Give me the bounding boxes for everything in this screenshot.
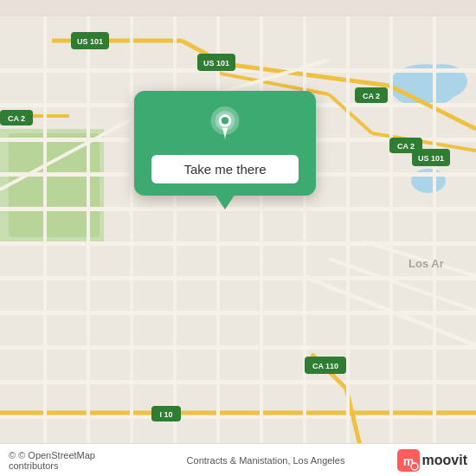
svg-rect-32	[173, 16, 177, 460]
svg-rect-7	[0, 68, 476, 73]
svg-text:Los Ar: Los Ar	[408, 257, 444, 270]
svg-rect-17	[0, 415, 476, 419]
popup-card: Take me there	[134, 91, 316, 196]
moovit-text: moovit	[422, 453, 467, 468]
svg-rect-12	[0, 241, 476, 246]
copyright-symbol: ©	[9, 450, 16, 460]
svg-rect-14	[0, 311, 476, 315]
svg-text:US 101: US 101	[418, 154, 444, 163]
svg-rect-29	[43, 16, 47, 460]
svg-text:US 101: US 101	[203, 59, 229, 68]
svg-rect-13	[0, 276, 476, 280]
take-me-there-button[interactable]: Take me there	[151, 155, 299, 183]
map-background: US 101 US 101 US 101 CA 2 CA 2 CA 2 CA 1…	[0, 0, 476, 476]
svg-rect-37	[389, 16, 393, 460]
svg-rect-38	[433, 16, 436, 460]
location-label: Contracts & Manistation, Los Angeles	[140, 455, 392, 466]
moovit-icon: m	[397, 449, 420, 472]
svg-rect-35	[303, 16, 306, 460]
map-container: US 101 US 101 US 101 CA 2 CA 2 CA 2 CA 1…	[0, 0, 476, 476]
svg-rect-33	[216, 16, 220, 460]
svg-text:CA 2: CA 2	[8, 114, 25, 123]
svg-text:CA 2: CA 2	[363, 92, 380, 100]
svg-point-64	[222, 117, 228, 124]
svg-rect-30	[87, 16, 90, 460]
svg-text:I 10: I 10	[159, 410, 172, 419]
svg-rect-15	[0, 345, 476, 350]
moovit-logo: m moovit	[397, 449, 467, 472]
svg-rect-34	[260, 16, 263, 460]
svg-rect-31	[130, 16, 133, 460]
bottom-bar: © © OpenStreetMap contributors Contracts…	[0, 443, 476, 476]
svg-rect-11	[0, 207, 476, 211]
osm-attribution: © © OpenStreetMap contributors	[9, 450, 135, 471]
attribution-text: © OpenStreetMap contributors	[9, 450, 95, 471]
svg-rect-36	[346, 16, 350, 460]
svg-rect-3	[9, 133, 100, 237]
svg-text:US 101: US 101	[77, 37, 103, 46]
svg-point-67	[411, 463, 418, 470]
svg-text:CA 110: CA 110	[312, 362, 338, 370]
location-pin-icon	[205, 106, 245, 146]
svg-text:CA 2: CA 2	[397, 142, 415, 151]
svg-rect-16	[0, 380, 476, 384]
